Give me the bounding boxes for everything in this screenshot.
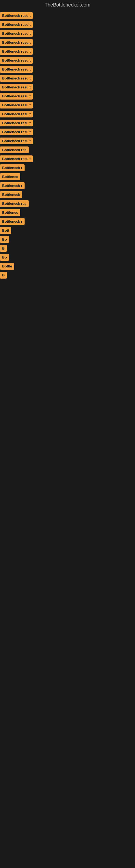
bottleneck-badge: Bottleneck r bbox=[0, 164, 25, 171]
bottleneck-badge: Bottleneck result bbox=[0, 111, 33, 118]
bottleneck-badge: Bottleneck res bbox=[0, 147, 29, 153]
list-item: Bottleneck res bbox=[0, 146, 135, 154]
bottleneck-badge: Bottleneck result bbox=[0, 93, 33, 99]
bottleneck-badge: Bottlenec bbox=[0, 209, 20, 216]
bottleneck-badge: Bottleneck result bbox=[0, 39, 33, 46]
bottleneck-badge: Bo bbox=[0, 254, 9, 261]
bottleneck-badge: Bottlenec bbox=[0, 173, 20, 180]
list-item: Bottleneck result bbox=[0, 137, 135, 145]
bottleneck-badge: Bottleneck result bbox=[0, 75, 33, 82]
list-item: Bottleneck res bbox=[0, 199, 135, 208]
bottleneck-badge: Bottleneck result bbox=[0, 84, 33, 91]
bottleneck-badge: Bottleneck result bbox=[0, 66, 33, 73]
list-item: Bottleneck r bbox=[0, 218, 135, 225]
list-item: Bottleneck result bbox=[0, 101, 135, 109]
bottleneck-badge: B bbox=[0, 272, 7, 279]
list-item: Bott bbox=[0, 226, 135, 235]
list-item: Bottleneck r bbox=[0, 164, 135, 172]
list-item: Bottleneck result bbox=[0, 12, 135, 20]
bottleneck-badge: Bottleneck bbox=[0, 191, 22, 198]
list-item: Bottleneck bbox=[0, 191, 135, 198]
list-item: Bottlenec bbox=[0, 209, 135, 216]
list-item: Bottleneck r bbox=[0, 182, 135, 190]
list-item: Bottleneck result bbox=[0, 56, 135, 64]
bottleneck-badge: B bbox=[0, 245, 7, 252]
list-item: Bottleneck result bbox=[0, 92, 135, 100]
bottleneck-badge: Bottleneck result bbox=[0, 21, 33, 28]
bottleneck-badge: Bottleneck r bbox=[0, 218, 25, 225]
site-header: TheBottlenecker.com bbox=[0, 0, 135, 9]
bottleneck-badge: Bottleneck result bbox=[0, 120, 33, 126]
list-item: Bottleneck result bbox=[0, 128, 135, 136]
list-item: Bottlenec bbox=[0, 173, 135, 181]
bottleneck-badge: Bottleneck result bbox=[0, 102, 33, 108]
bottleneck-badge: Bottleneck result bbox=[0, 57, 33, 64]
site-title: TheBottlenecker.com bbox=[45, 2, 90, 8]
bottleneck-badge: Bottle bbox=[0, 263, 14, 270]
list-item: Bo bbox=[0, 253, 135, 261]
list-item: Bottleneck result bbox=[0, 74, 135, 82]
bottleneck-badge: Bo bbox=[0, 236, 9, 243]
bottleneck-badge: Bott bbox=[0, 227, 11, 234]
bottleneck-badge: Bottleneck result bbox=[0, 12, 33, 19]
bottleneck-badge: Bottleneck result bbox=[0, 48, 33, 55]
bottleneck-badge: Bottleneck res bbox=[0, 200, 29, 207]
list-item: Bottleneck result bbox=[0, 83, 135, 91]
list-item: B bbox=[0, 244, 135, 252]
bottleneck-list: Bottleneck resultBottleneck resultBottle… bbox=[0, 9, 135, 282]
bottleneck-badge: Bottleneck r bbox=[0, 182, 25, 189]
list-item: Bottleneck result bbox=[0, 65, 135, 73]
bottleneck-badge: Bottleneck result bbox=[0, 30, 33, 37]
list-item: Bottleneck result bbox=[0, 119, 135, 127]
list-item: Bottleneck result bbox=[0, 21, 135, 29]
bottleneck-badge: Bottleneck result bbox=[0, 155, 33, 162]
list-item: Bottle bbox=[0, 262, 135, 270]
list-item: Bottleneck result bbox=[0, 48, 135, 55]
bottleneck-badge: Bottleneck result bbox=[0, 129, 33, 135]
list-item: Bottleneck result bbox=[0, 30, 135, 37]
list-item: Bottleneck result bbox=[0, 38, 135, 46]
list-item: B bbox=[0, 271, 135, 279]
list-item: Bo bbox=[0, 236, 135, 243]
bottleneck-badge: Bottleneck result bbox=[0, 137, 33, 144]
list-item: Bottleneck result bbox=[0, 155, 135, 163]
list-item: Bottleneck result bbox=[0, 110, 135, 118]
